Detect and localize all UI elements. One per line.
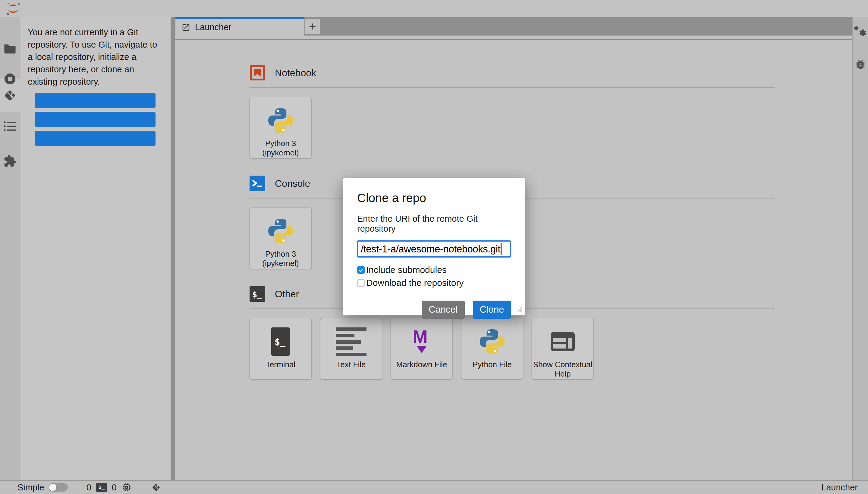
checkbox-label: Include submodules [366,265,447,275]
card-label: Python 3 (ipykernel) [262,139,299,157]
checkbox[interactable] [357,279,365,287]
section-icon [250,65,265,81]
dock-gap [175,36,852,39]
launcher-cards: $_ Terminal Text File M Markdown [250,318,775,380]
git-panel-buttons [35,93,155,146]
panel-splitter[interactable] [171,17,175,480]
menu-items [24,0,116,17]
checkbox-row: Include submodules [357,265,511,275]
jupyter-logo-icon [5,1,21,16]
table-of-contents-icon[interactable] [4,121,16,133]
simple-mode-toggle[interactable] [49,483,68,492]
card-icon: $_ [271,326,290,358]
checkbox[interactable] [357,266,365,274]
tab-label: Launcher [195,22,232,32]
card-label: Show Contextual Help [532,360,593,379]
checkbox-row: Download the repository [357,278,511,288]
section-icon [250,176,265,191]
section-header: Notebook [250,65,775,81]
section-divider [250,87,775,88]
svg-text:$_: $_ [252,290,262,299]
debugger-bug-icon[interactable] [854,58,867,72]
git-panel: You are not currently in a Git repositor… [20,17,171,480]
git-panel-button[interactable] [35,93,155,108]
dialog-buttons: Cancel Clone [357,301,511,319]
launcher-card[interactable]: Text File [320,318,382,380]
card-icon [478,326,506,358]
kernel-chip-icon[interactable] [122,482,132,493]
git-panel-button[interactable] [35,131,155,146]
statusbar-context-label: Launcher [821,482,858,493]
section-icon: $_ [250,286,265,302]
card-label: Python 3 (ipykernel) [262,249,299,268]
repo-uri-input[interactable]: /test-1-a/awesome-notebooks.git [357,240,511,258]
git-status-icon[interactable] [150,482,162,493]
launcher-card[interactable]: Python File [461,318,523,380]
clone-button[interactable]: Clone [473,301,511,319]
property-inspector-gears-icon[interactable] [853,25,867,40]
clone-repo-dialog: Clone a repo Enter the URI of the remote… [343,178,525,316]
jupyterlab-window: You are not currently in a Git repositor… [0,0,868,494]
terminal-count: 0 [87,482,91,493]
launcher-cards: Python 3 (ipykernel) [250,97,775,158]
left-sidebar [0,17,20,480]
new-tab-button[interactable]: + [305,19,320,34]
card-icon [551,326,575,358]
text-caret [501,243,501,255]
tab-launcher[interactable]: Launcher [176,17,304,36]
simple-mode-label: Simple [17,482,44,493]
right-sidebar [852,17,868,480]
launcher-card[interactable]: Show Contextual Help [532,318,594,380]
card-label: Terminal [266,360,295,369]
git-icon[interactable] [2,87,18,105]
dialog-title: Clone a repo [357,191,511,205]
section-title: Notebook [275,68,316,79]
svg-text:$_: $_ [275,337,286,347]
card-icon: M [410,326,433,358]
card-icon [336,326,367,358]
cancel-button[interactable]: Cancel [422,301,465,319]
launcher-card[interactable]: $_ Terminal [250,318,312,380]
dialog-checkboxes: Include submodules Download the reposito… [357,265,511,288]
repo-uri-value: /test-1-a/awesome-notebooks.git [361,243,500,255]
card-icon [266,104,295,136]
git-panel-message: You are not currently in a Git repositor… [28,26,163,88]
dialog-input-label: Enter the URI of the remote Git reposito… [357,214,511,234]
card-label: Markdown File [396,360,447,369]
menu-bar [0,0,868,17]
section-title: Console [275,178,310,189]
folder-icon[interactable] [4,43,16,55]
extension-puzzle-icon[interactable] [3,154,17,169]
launcher-section: Notebook Python 3 (ipykernel) [250,65,775,158]
git-panel-button[interactable] [35,112,155,127]
launcher-card[interactable]: M Markdown File [391,318,453,380]
toggle-knob [49,484,56,491]
section-title: Other [275,289,299,300]
status-bar: Simple 0 $_ 0 Launcher [0,480,868,494]
checkbox-label: Download the repository [366,278,464,288]
card-label: Text File [337,360,366,369]
card-label: Python File [473,360,512,369]
svg-text:M: M [412,326,428,347]
terminal-status-icon[interactable]: $_ [96,483,107,492]
card-icon [266,215,295,247]
stop-circle-icon[interactable] [4,73,16,86]
launcher-card[interactable]: Python 3 (ipykernel) [250,208,312,269]
tab-bar: Launcher + [175,17,852,36]
dialog-resize-handle[interactable] [516,306,522,313]
kernel-count: 0 [112,482,117,493]
launcher-icon [181,23,190,32]
launcher-card[interactable]: Python 3 (ipykernel) [250,97,312,158]
